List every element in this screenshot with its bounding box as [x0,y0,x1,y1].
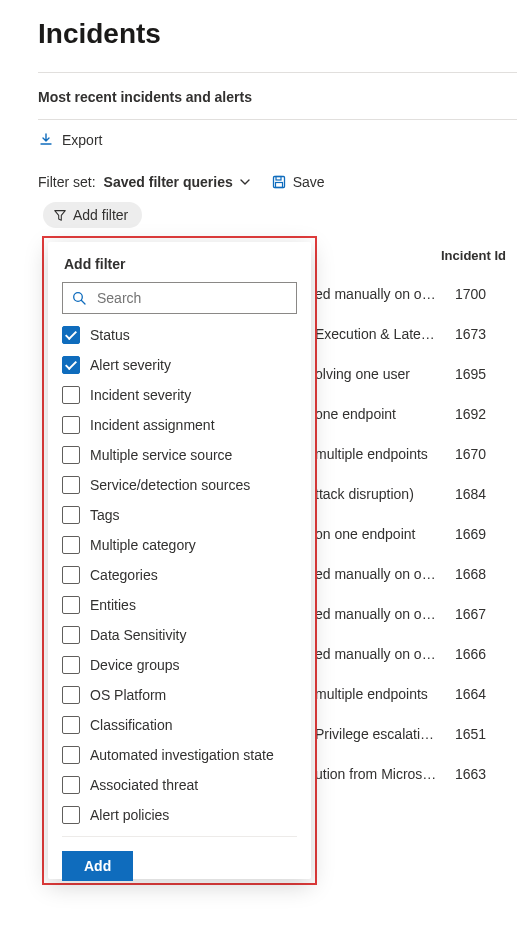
filter-option[interactable]: Data Sensitivity [62,620,297,650]
export-button[interactable]: Export [62,132,102,148]
incident-id-cell: 1700 [455,286,486,302]
incident-name-cell: Execution & Late… [315,326,450,342]
svg-rect-2 [275,183,282,188]
incident-name-cell: ed manually on o… [315,646,450,662]
incident-id-cell: 1669 [455,526,486,542]
chevron-down-icon [239,176,251,188]
incident-name-cell: one endpoint [315,406,450,422]
filter-search-input[interactable] [95,289,288,307]
checkbox[interactable] [62,536,80,554]
filter-option[interactable]: Tags [62,500,297,530]
filter-option-label: Incident severity [90,387,191,403]
filterset-label: Filter set: [38,174,96,190]
checkbox[interactable] [62,326,80,344]
checkbox[interactable] [62,506,80,524]
filter-option[interactable]: Multiple category [62,530,297,560]
incident-id-cell: 1692 [455,406,486,422]
incident-name-cell: multiple endpoints [315,446,450,462]
filter-option-label: Alert severity [90,357,171,373]
incident-id-cell: 1651 [455,726,486,742]
checkbox[interactable] [62,566,80,584]
subtitle: Most recent incidents and alerts [38,89,517,105]
filter-option[interactable]: Incident severity [62,380,297,410]
checkbox[interactable] [62,806,80,824]
search-icon [71,290,87,306]
filter-option[interactable]: Multiple service source [62,440,297,470]
filter-option[interactable]: Device groups [62,650,297,680]
checkbox[interactable] [62,446,80,464]
filter-option[interactable]: Classification [62,710,297,740]
incident-name-cell: Privilege escalati… [315,726,450,742]
filter-option-label: OS Platform [90,687,166,703]
filter-option-label: Categories [90,567,158,583]
incident-id-cell: 1667 [455,606,486,622]
checkbox[interactable] [62,386,80,404]
column-header-incident-id[interactable]: Incident Id [441,248,506,263]
incident-id-cell: 1666 [455,646,486,662]
divider [38,119,517,120]
svg-rect-1 [276,177,281,181]
checkbox[interactable] [62,626,80,644]
incident-id-cell: 1668 [455,566,486,582]
filter-option[interactable]: Incident assignment [62,410,297,440]
page-title: Incidents [38,18,517,50]
incident-name-cell: on one endpoint [315,526,450,542]
filter-option[interactable]: Service/detection sources [62,470,297,500]
filter-option-label: Status [90,327,130,343]
incident-id-cell: 1664 [455,686,486,702]
divider [38,72,517,73]
popover-title: Add filter [64,256,295,272]
filter-option[interactable]: Status [62,320,297,350]
incident-name-cell: ution from Micros… [315,766,450,782]
filter-icon [53,208,67,222]
svg-point-3 [74,293,83,302]
add-button[interactable]: Add [62,851,133,881]
filter-option-label: Multiple service source [90,447,232,463]
checkbox[interactable] [62,656,80,674]
incident-name-cell: ed manually on o… [315,606,450,622]
checkbox[interactable] [62,596,80,614]
incident-id-cell: 1663 [455,766,486,782]
filter-option-label: Associated threat [90,777,198,793]
checkbox[interactable] [62,356,80,374]
incident-name-cell: ed manually on o… [315,566,450,582]
filter-option-label: Entities [90,597,136,613]
checkbox[interactable] [62,416,80,434]
filter-option-label: Classification [90,717,172,733]
filter-option[interactable]: Entities [62,590,297,620]
filter-option[interactable]: Alert policies [62,800,297,830]
checkbox[interactable] [62,716,80,734]
add-filter-popover: Add filter StatusAlert severityIncident … [48,242,311,879]
filter-option-label: Data Sensitivity [90,627,186,643]
incident-id-cell: 1684 [455,486,486,502]
add-filter-chip[interactable]: Add filter [43,202,142,228]
filter-option[interactable]: Alert severity [62,350,297,380]
incident-id-cell: 1670 [455,446,486,462]
filter-option-label: Service/detection sources [90,477,250,493]
incident-name-cell: ed manually on o… [315,286,450,302]
filter-option-label: Incident assignment [90,417,215,433]
incident-name-cell: multiple endpoints [315,686,450,702]
checkbox[interactable] [62,686,80,704]
checkbox[interactable] [62,476,80,494]
filter-option[interactable]: Categories [62,560,297,590]
filterset-dropdown[interactable]: Saved filter queries [104,174,251,190]
checkbox[interactable] [62,776,80,794]
filter-option[interactable]: Automated investigation state [62,740,297,770]
add-filter-label: Add filter [73,207,128,223]
save-label: Save [293,174,325,190]
filter-option[interactable]: OS Platform [62,680,297,710]
filter-search-box[interactable] [62,282,297,314]
filter-option-label: Alert policies [90,807,169,823]
filter-option-label: Tags [90,507,120,523]
filter-option[interactable]: Associated threat [62,770,297,800]
save-icon [271,174,287,190]
incident-name-cell: olving one user [315,366,450,382]
incident-id-cell: 1673 [455,326,486,342]
checkbox[interactable] [62,746,80,764]
filter-option-label: Multiple category [90,537,196,553]
filter-option-label: Automated investigation state [90,747,274,763]
save-button[interactable]: Save [271,174,325,190]
filter-option-label: Device groups [90,657,180,673]
incident-name-cell: ttack disruption) [315,486,450,502]
